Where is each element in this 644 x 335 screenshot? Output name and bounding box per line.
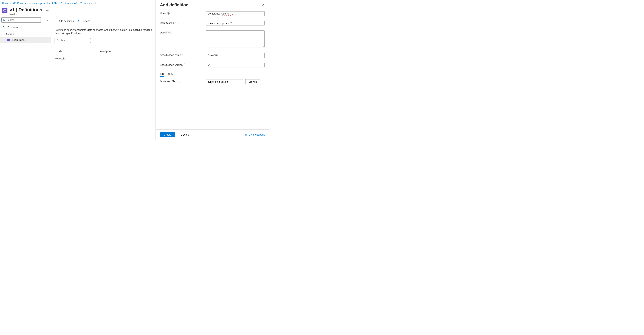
sidebar-search[interactable] [2, 17, 41, 23]
upload-tabs: File URL [160, 72, 264, 77]
plus-icon: ＋ [54, 19, 58, 23]
main-search[interactable] [54, 38, 91, 43]
description-field[interactable] [206, 30, 264, 47]
give-feedback-link[interactable]: Give feedback [245, 133, 265, 136]
clear-icon[interactable]: ✕ [42, 18, 45, 22]
chevron-right-icon: › [27, 2, 28, 4]
label-document-file: Document file* i [160, 79, 206, 84]
title-field[interactable]: Conference OpenAPI 2 [206, 11, 264, 16]
label-identification: Identification* i [160, 21, 206, 25]
crumb-conference-api-versions[interactable]: Conference API | Versions [61, 2, 90, 4]
chevron-right-icon: › [58, 2, 59, 4]
info-icon[interactable]: i [184, 54, 186, 56]
column-title[interactable]: Title [54, 50, 98, 53]
refresh-button[interactable]: Refresh [78, 20, 90, 22]
chevron-right-icon: › [91, 2, 92, 4]
column-description[interactable]: Description [98, 50, 112, 53]
label-spec-name: Specification name* i [160, 53, 206, 58]
close-icon[interactable]: ✕ [261, 2, 265, 7]
sidebar-item-overview[interactable]: Overview [0, 24, 51, 30]
tab-file[interactable]: File [160, 72, 164, 77]
label-title: Title* i [160, 11, 206, 16]
svg-line-2 [5, 20, 5, 21]
sidebar-item-label: Overview [8, 26, 18, 29]
sidebar-item-label: Details [6, 32, 14, 35]
sidebar-item-details[interactable]: ⌄ Details [0, 30, 51, 37]
feedback-icon [245, 133, 248, 136]
chevron-down-icon: ⌄ [261, 54, 263, 57]
spec-name-select[interactable]: OpenAPI ⌄ [206, 53, 264, 58]
svg-rect-0 [4, 9, 6, 11]
chevron-right-icon: › [10, 2, 11, 4]
crumb-contoso-api-center[interactable]: contoso-api-center | APIs [30, 2, 57, 4]
page-subtitle: Version [10, 13, 42, 15]
create-button[interactable]: Create [160, 132, 175, 137]
info-icon[interactable]: i [167, 12, 170, 14]
sidebar-item-definitions[interactable]: Definitions [0, 37, 51, 43]
definitions-description: Definitions specify endpoints, data cont… [54, 28, 154, 35]
refresh-icon [78, 20, 80, 22]
label-description: Description [160, 30, 206, 48]
discard-button[interactable]: Discard [177, 132, 193, 137]
main-search-input[interactable] [59, 39, 92, 42]
sidebar: ✕ « Overview ⌄ Details Definitions [0, 17, 51, 60]
info-icon[interactable]: i [176, 21, 179, 24]
svg-point-1 [3, 19, 5, 21]
sidebar-search-input[interactable] [6, 18, 39, 21]
definitions-icon [7, 38, 10, 41]
chevron-down-icon: ⌄ [3, 32, 4, 35]
crumb-api-centers[interactable]: API Centers [12, 2, 26, 4]
info-icon[interactable]: i [178, 80, 180, 82]
crumb-home[interactable]: Home [2, 2, 9, 4]
version-icon [2, 8, 8, 13]
crumb-current: v1 [93, 2, 96, 4]
document-file-field[interactable] [206, 79, 243, 84]
identification-field[interactable] [206, 21, 264, 25]
add-definition-button[interactable]: ＋ Add definition [54, 19, 74, 23]
overview-icon [3, 26, 6, 29]
sidebar-item-label: Definitions [12, 38, 24, 41]
svg-point-3 [57, 39, 58, 41]
label-spec-version: Specification version i [160, 63, 206, 67]
browse-button[interactable]: Browse [245, 79, 260, 84]
search-icon [56, 39, 59, 41]
panel-footer: Create Discard Give feedback [156, 129, 269, 140]
spec-version-field[interactable] [206, 63, 264, 67]
svg-line-4 [58, 41, 59, 41]
panel-title: Add definition [160, 2, 261, 7]
svg-point-5 [245, 134, 246, 135]
more-menu-icon[interactable]: ⋯ [46, 8, 49, 12]
search-icon [3, 19, 6, 21]
info-icon[interactable]: i [184, 63, 186, 66]
tab-url[interactable]: URL [168, 72, 173, 77]
page-title: v1 | Definitions [10, 7, 42, 12]
collapse-icon[interactable]: « [46, 18, 49, 22]
add-definition-panel: Add definition ✕ Title* i Conference Ope… [156, 0, 269, 140]
